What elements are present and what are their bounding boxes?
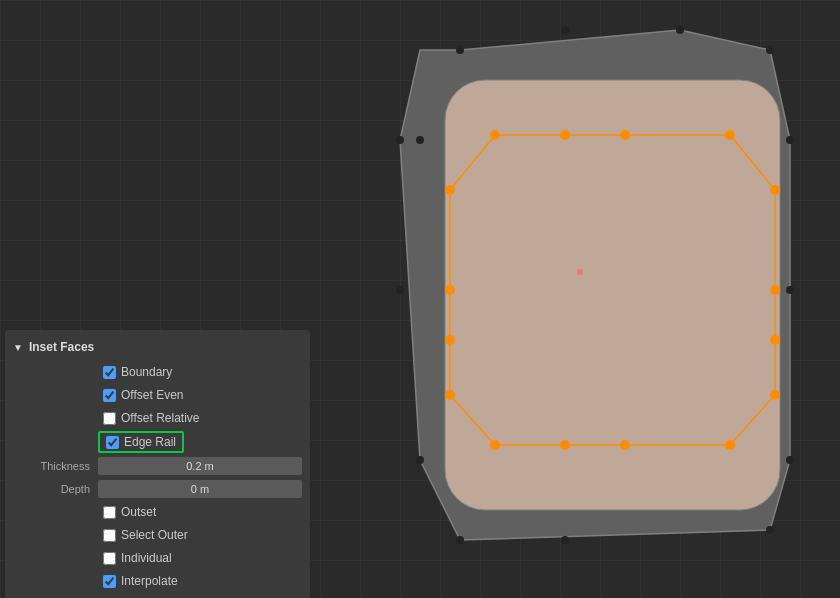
svg-point-35 <box>770 185 780 195</box>
svg-point-22 <box>766 526 774 534</box>
svg-point-26 <box>396 286 404 294</box>
interpolate-checkbox[interactable] <box>103 575 116 588</box>
outset-label: Outset <box>121 505 156 519</box>
shape-container <box>340 20 800 580</box>
offset-even-checkbox[interactable] <box>103 389 116 402</box>
svg-point-21 <box>786 456 794 464</box>
svg-point-36 <box>445 390 455 400</box>
svg-point-27 <box>396 136 404 144</box>
offset-relative-label: Offset Relative <box>121 411 199 425</box>
svg-point-18 <box>766 46 774 54</box>
panel-title: Inset Faces <box>29 340 94 354</box>
svg-point-16 <box>416 136 424 144</box>
individual-checkbox[interactable] <box>103 552 116 565</box>
edge-rail-checkbox[interactable] <box>106 436 119 449</box>
select-outer-checkbox[interactable] <box>103 529 116 542</box>
panel-content: Boundary Offset Even Offset Relative Edg… <box>5 360 310 596</box>
svg-point-38 <box>490 440 500 450</box>
thickness-value[interactable] <box>98 457 302 475</box>
individual-wrap: Individual <box>103 551 172 565</box>
outset-row: Outset <box>103 502 302 522</box>
edge-rail-highlight: Edge Rail <box>98 431 184 453</box>
svg-point-41 <box>620 440 630 450</box>
svg-point-39 <box>725 440 735 450</box>
depth-label: Depth <box>13 483 98 495</box>
select-outer-label: Select Outer <box>121 528 188 542</box>
svg-point-15 <box>456 46 464 54</box>
offset-even-wrap: Offset Even <box>103 388 183 402</box>
interpolate-wrap: Interpolate <box>103 574 178 588</box>
individual-row: Individual <box>103 548 302 568</box>
svg-point-23 <box>561 536 569 544</box>
offset-relative-row: Offset Relative <box>103 408 302 428</box>
outset-wrap: Outset <box>103 505 156 519</box>
interpolate-row: Interpolate <box>103 571 302 591</box>
panel-header[interactable]: ▼ Inset Faces <box>5 336 310 360</box>
outset-checkbox[interactable] <box>103 506 116 519</box>
depth-value[interactable] <box>98 480 302 498</box>
svg-point-19 <box>786 136 794 144</box>
offset-even-label: Offset Even <box>121 388 183 402</box>
edge-rail-row: Edge Rail <box>98 431 302 453</box>
offset-relative-checkbox[interactable] <box>103 412 116 425</box>
inset-faces-panel: ▼ Inset Faces Boundary Offset Even Offse… <box>5 330 310 598</box>
svg-point-14 <box>561 26 569 34</box>
panel-collapse-arrow: ▼ <box>13 342 23 353</box>
svg-point-24 <box>456 536 464 544</box>
offset-even-row: Offset Even <box>103 385 302 405</box>
boundary-wrap: Boundary <box>103 365 172 379</box>
boundary-row: Boundary <box>103 362 302 382</box>
select-outer-wrap: Select Outer <box>103 528 188 542</box>
svg-point-43 <box>770 335 780 345</box>
individual-label: Individual <box>121 551 172 565</box>
svg-point-30 <box>445 285 455 295</box>
svg-point-34 <box>445 185 455 195</box>
thickness-row: Thickness <box>13 456 302 476</box>
select-outer-row: Select Outer <box>103 525 302 545</box>
offset-relative-wrap: Offset Relative <box>103 411 199 425</box>
depth-row: Depth <box>13 479 302 499</box>
boundary-label: Boundary <box>121 365 172 379</box>
svg-point-20 <box>786 286 794 294</box>
svg-point-25 <box>416 456 424 464</box>
svg-point-31 <box>770 285 780 295</box>
boundary-checkbox[interactable] <box>103 366 116 379</box>
svg-point-29 <box>560 440 570 450</box>
interpolate-label: Interpolate <box>121 574 178 588</box>
svg-point-44 <box>577 269 583 275</box>
thickness-label: Thickness <box>13 460 98 472</box>
svg-point-42 <box>445 335 455 345</box>
svg-point-17 <box>676 26 684 34</box>
svg-point-40 <box>620 130 630 140</box>
svg-point-32 <box>490 130 500 140</box>
edge-rail-label: Edge Rail <box>124 435 176 449</box>
svg-point-28 <box>560 130 570 140</box>
svg-point-33 <box>725 130 735 140</box>
svg-point-37 <box>770 390 780 400</box>
